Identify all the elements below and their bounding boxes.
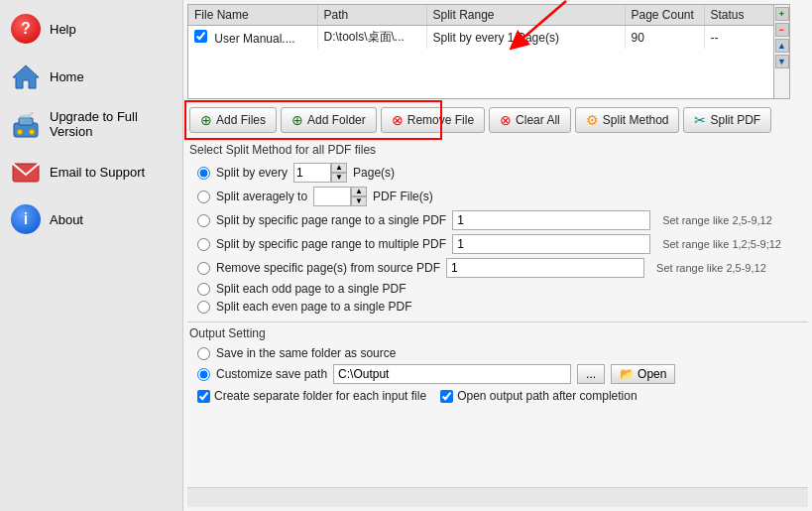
split-every-row: Split by every ▲ ▼ Page(s) [187, 161, 808, 185]
open-label: Open [638, 367, 666, 381]
split-section-title: Select Split Method for all PDF files [187, 143, 808, 157]
clear-all-icon: ⊗ [500, 112, 512, 128]
scroll-up-btn[interactable]: ▲ [775, 39, 789, 53]
sidebar-item-about[interactable]: i About [0, 195, 182, 243]
add-folder-icon: ⊕ [291, 112, 303, 128]
split-average-label: Split averagely to [216, 190, 307, 203]
svg-marker-0 [13, 65, 39, 88]
split-specific-multi-input[interactable] [452, 234, 650, 254]
split-average-suffix: PDF File(s) [373, 190, 433, 203]
svg-point-2 [18, 130, 23, 135]
add-files-icon: ⊕ [200, 112, 212, 128]
col-path: Path [317, 5, 426, 26]
split-every-suffix: Page(s) [353, 166, 395, 180]
split-average-down[interactable]: ▼ [351, 196, 367, 206]
split-specific-single-row: Split by specific page range to a single… [187, 208, 808, 232]
output-custom-path-label: Customize save path [216, 367, 327, 381]
output-section: Output Setting Save in the same folder a… [187, 321, 808, 406]
output-custom-path-row: Customize save path ... 📂 Open [187, 362, 808, 386]
main-panel: File Name Path Split Range Page Count St… [183, 0, 812, 511]
split-even-label: Split each even page to a single PDF [216, 300, 411, 314]
output-path-input[interactable] [333, 364, 571, 384]
split-every-spinner: ▲ ▼ [331, 163, 347, 183]
sidebar-item-home[interactable]: Home [0, 53, 182, 100]
split-every-input[interactable] [293, 163, 331, 183]
sidebar-label-home: Home [50, 69, 84, 84]
col-filename: File Name [188, 5, 317, 26]
split-specific-single-label: Split by specific page range to a single… [216, 213, 446, 227]
split-specific-single-input[interactable] [452, 210, 650, 230]
separate-folder-label: Create separate folder for each input fi… [214, 389, 426, 403]
about-icon: i [10, 203, 42, 235]
scroll-remove-btn[interactable]: − [775, 23, 789, 37]
split-method-label: Split Method [603, 113, 669, 127]
open-button[interactable]: 📂 Open [611, 364, 675, 384]
status-bar [187, 487, 808, 507]
separate-folder-checkbox[interactable] [197, 390, 210, 403]
add-folder-button[interactable]: ⊕ Add Folder [281, 107, 377, 133]
svg-text:🛒: 🛒 [19, 111, 34, 126]
clear-all-button[interactable]: ⊗ Clear All [489, 107, 571, 133]
cell-page-count: 90 [625, 26, 704, 50]
remove-file-button[interactable]: ⊗ Remove File [381, 107, 485, 133]
scroll-add-btn[interactable]: + [775, 7, 789, 21]
split-odd-label: Split each odd page to a single PDF [216, 282, 406, 296]
split-pdf-icon: ✂ [694, 112, 706, 128]
split-every-up[interactable]: ▲ [331, 163, 347, 173]
sidebar-item-upgrade[interactable]: 🛒 Upgrade to Full Version [0, 100, 182, 148]
svg-point-3 [30, 130, 35, 135]
split-every-radio[interactable] [197, 167, 210, 180]
split-average-input[interactable] [313, 187, 351, 206]
table-scrollbar: + − ▲ ▼ [773, 5, 789, 98]
col-page-count: Page Count [625, 5, 704, 26]
clear-all-label: Clear All [516, 113, 560, 127]
open-folder-icon: 📂 [620, 367, 635, 381]
split-even-row: Split each even page to a single PDF [187, 298, 808, 316]
scroll-down-btn[interactable]: ▼ [775, 55, 789, 68]
split-odd-radio[interactable] [197, 283, 210, 296]
output-custom-path-radio[interactable] [197, 368, 210, 381]
sidebar-label-upgrade: Upgrade to Full Version [50, 109, 173, 139]
remove-file-label: Remove File [407, 113, 474, 127]
help-icon: ? [10, 13, 42, 45]
email-icon [10, 156, 42, 188]
file-table: File Name Path Split Range Page Count St… [188, 5, 789, 98]
split-method-button[interactable]: ⚙ Split Method [575, 107, 680, 133]
split-average-up[interactable]: ▲ [351, 187, 367, 196]
sidebar-label-email: Email to Support [50, 165, 145, 180]
remove-specific-hint: Set range like 2,5-9,12 [656, 262, 766, 274]
split-every-label: Split by every [216, 166, 288, 180]
split-pdf-button[interactable]: ✂ Split PDF [683, 107, 771, 133]
remove-specific-input[interactable] [446, 258, 644, 278]
add-files-button[interactable]: ⊕ Add Files [189, 107, 277, 133]
cell-path: D:\tools\桌面\... [317, 26, 426, 50]
browse-button[interactable]: ... [577, 364, 605, 384]
split-every-down[interactable]: ▼ [331, 173, 347, 183]
split-specific-multi-hint: Set range like 1,2;5-9;12 [662, 238, 781, 250]
split-average-radio[interactable] [197, 191, 210, 203]
home-icon [10, 61, 42, 92]
sidebar-label-help: Help [50, 22, 76, 37]
output-same-folder-radio[interactable] [197, 347, 210, 360]
col-split-range: Split Range [426, 5, 625, 26]
split-average-spinner: ▲ ▼ [351, 187, 367, 206]
open-after-label: Open output path after completion [457, 389, 637, 403]
split-specific-single-radio[interactable] [197, 214, 210, 227]
split-average-row: Split averagely to ▲ ▼ PDF File(s) [187, 185, 808, 208]
split-specific-multi-radio[interactable] [197, 238, 210, 251]
remove-specific-radio[interactable] [197, 262, 210, 275]
file-checkbox[interactable] [194, 30, 207, 43]
split-specific-single-hint: Set range like 2,5-9,12 [662, 214, 772, 226]
remove-specific-label: Remove specific page(s) from source PDF [216, 261, 440, 275]
cell-filename: User Manual.... [188, 26, 317, 50]
remove-specific-row: Remove specific page(s) from source PDF … [187, 256, 808, 280]
add-folder-label: Add Folder [307, 113, 366, 127]
table-row[interactable]: User Manual.... D:\tools\桌面\... Split by… [188, 26, 789, 50]
sidebar-item-email[interactable]: Email to Support [0, 148, 182, 195]
open-after-checkbox[interactable] [440, 390, 453, 403]
split-method-icon: ⚙ [586, 112, 599, 128]
split-specific-multi-label: Split by specific page range to multiple… [216, 237, 446, 251]
split-even-radio[interactable] [197, 301, 210, 314]
sidebar: ? Help Home 🛒 Upgrade to Full Version [0, 0, 183, 511]
sidebar-item-help[interactable]: ? Help [0, 5, 182, 53]
